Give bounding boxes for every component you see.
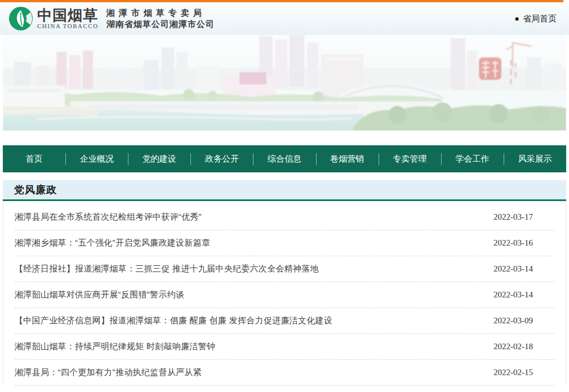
nav-item-cigarette-marketing[interactable]: 卷烟营销: [316, 145, 379, 172]
news-item-date: 2022-03-14: [494, 290, 533, 300]
news-item[interactable]: 湘潭县局：“四个更加有力”推动执纪监督从严从紧 2022-02-15: [15, 360, 554, 386]
main-nav: 首页 企业概况 党的建设 政务公开 综合信息 卷烟营销 专卖管理 学会工作 风采…: [3, 145, 566, 172]
news-item-date: 2022-03-16: [494, 238, 533, 248]
news-item[interactable]: 湘潭县局在全市系统首次纪检组考评中获评“优秀” 2022-03-17: [15, 204, 554, 230]
news-item-title[interactable]: 湘潭湘乡烟草：“五个强化”开启党风廉政建设新篇章: [15, 238, 210, 248]
nav-item-home[interactable]: 首页: [3, 145, 65, 172]
news-item-date: 2022-03-17: [494, 212, 533, 222]
logo-title: 中国烟草: [37, 8, 98, 23]
news-item-date: 2022-03-14: [494, 264, 533, 274]
news-item-title[interactable]: 【经济日报社】报道湘潭烟草：三抓三促 推进十九届中央纪委六次全会精神落地: [15, 264, 319, 274]
provincial-home-label: 省局首页: [523, 14, 557, 24]
square-bullet-icon: ■: [515, 15, 519, 22]
section-header: 党风廉政: [3, 180, 566, 201]
news-item-title[interactable]: 湘潭县局：“四个更加有力”推动执纪监督从严从紧: [15, 367, 202, 378]
nav-item-showcase[interactable]: 风采展示: [504, 145, 566, 172]
nav-item-general-info[interactable]: 综合信息: [253, 145, 315, 172]
news-list: 湘潭县局在全市系统首次纪检组考评中获评“优秀” 2022-03-17 湘潭湘乡烟…: [3, 201, 566, 386]
china-tobacco-logo-icon: [9, 7, 33, 30]
nav-item-monopoly-management[interactable]: 专卖管理: [379, 145, 441, 172]
news-item[interactable]: 湘潭韶山烟草：持续严明纪律规矩 时刻敲响廉洁警钟 2022-02-18: [15, 334, 554, 360]
news-item[interactable]: 湘潭韶山烟草对供应商开展“反围猎”警示约谈 2022-03-14: [15, 282, 554, 308]
page-title: 党风廉政: [14, 183, 57, 197]
news-item-title[interactable]: 湘潭韶山烟草：持续严明纪律规矩 时刻敲响廉洁警钟: [15, 341, 215, 352]
news-item-title[interactable]: 湘潭韶山烟草对供应商开展“反围猎”警示约谈: [15, 289, 184, 300]
news-item-title[interactable]: 湘潭县局在全市系统首次纪检组考评中获评“优秀”: [15, 212, 202, 222]
banner-image: [3, 35, 566, 131]
news-item[interactable]: 湘潭湘乡烟草：“五个强化”开启党风廉政建设新篇章 2022-03-16: [15, 230, 554, 256]
news-item[interactable]: 【中国产业经济信息网】报道湘潭烟草：倡廉 醒廉 创廉 发挥合力促进廉洁文化建设 …: [15, 308, 554, 334]
nav-item-company-profile[interactable]: 企业概况: [65, 145, 128, 172]
news-item[interactable]: 【经济日报社】报道湘潭烟草：三抓三促 推进十九届中央纪委六次全会精神落地 202…: [15, 256, 554, 282]
org-name-line1: 湘潭市烟草专卖局: [106, 7, 215, 19]
logo-subtitle: CHINA TOBACCO: [37, 23, 99, 29]
news-item-date: 2022-02-18: [494, 342, 533, 351]
nav-item-gov-disclosure[interactable]: 政务公开: [190, 145, 253, 172]
brand[interactable]: 中国烟草 CHINA TOBACCO 湘潭市烟草专卖局 湖南省烟草公司湘潭市公司: [9, 7, 215, 30]
news-item-title[interactable]: 【中国产业经济信息网】报道湘潭烟草：倡廉 醒廉 创廉 发挥合力促进廉洁文化建设: [15, 315, 332, 326]
provincial-home-link[interactable]: ■ 省局首页: [515, 14, 557, 24]
nav-item-party-building[interactable]: 党的建设: [128, 145, 190, 172]
news-item-date: 2022-03-09: [494, 316, 533, 326]
org-name-line2: 湖南省烟草公司湘潭市公司: [106, 19, 215, 30]
site-header: 中国烟草 CHINA TOBACCO 湘潭市烟草专卖局 湖南省烟草公司湘潭市公司…: [0, 2, 569, 35]
news-item-date: 2022-02-15: [494, 368, 533, 377]
nav-item-society-work[interactable]: 学会工作: [441, 145, 504, 172]
